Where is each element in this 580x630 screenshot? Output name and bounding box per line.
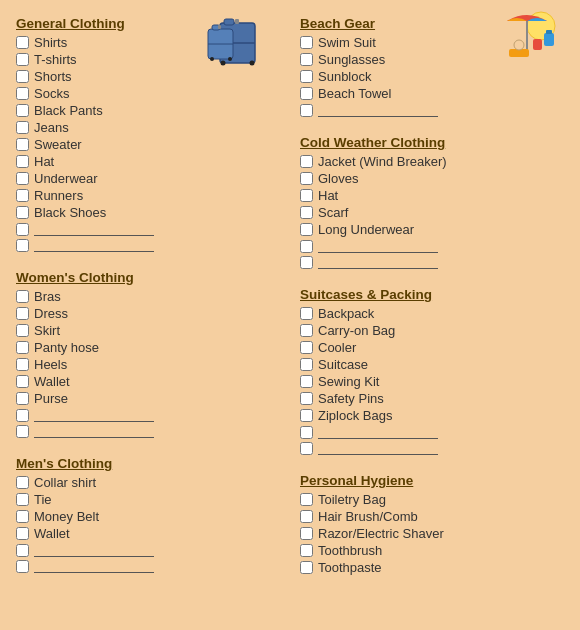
checkbox-blank-cw-1[interactable]: [300, 240, 313, 253]
label-runners[interactable]: Runners: [34, 188, 83, 203]
checkbox-blank-wc-2[interactable]: [16, 425, 29, 438]
checkbox-long-underwear[interactable]: [300, 223, 313, 236]
checkbox-blank-cw-2[interactable]: [300, 256, 313, 269]
checkbox-dress[interactable]: [16, 307, 29, 320]
label-sunblock[interactable]: Sunblock: [318, 69, 371, 84]
checkbox-shorts[interactable]: [16, 70, 29, 83]
label-purse[interactable]: Purse: [34, 391, 68, 406]
checkbox-sunblock[interactable]: [300, 70, 313, 83]
checkbox-jacket[interactable]: [300, 155, 313, 168]
checkbox-hat-gc[interactable]: [16, 155, 29, 168]
label-socks[interactable]: Socks: [34, 86, 69, 101]
label-toothpaste[interactable]: Toothpaste: [318, 560, 382, 575]
checkbox-wallet-w[interactable]: [16, 375, 29, 388]
label-tshirts[interactable]: T-shirts: [34, 52, 77, 67]
label-money-belt[interactable]: Money Belt: [34, 509, 99, 524]
label-ziplock-bags[interactable]: Ziplock Bags: [318, 408, 392, 423]
checkbox-cooler[interactable]: [300, 341, 313, 354]
label-pantyhose[interactable]: Panty hose: [34, 340, 99, 355]
checkbox-bras[interactable]: [16, 290, 29, 303]
label-suitcase[interactable]: Suitcase: [318, 357, 368, 372]
checkbox-underwear[interactable]: [16, 172, 29, 185]
checkbox-sunglasses[interactable]: [300, 53, 313, 66]
checkbox-collar-shirt[interactable]: [16, 476, 29, 489]
checkbox-purse[interactable]: [16, 392, 29, 405]
checkbox-scarf[interactable]: [300, 206, 313, 219]
checkbox-skirt[interactable]: [16, 324, 29, 337]
checkbox-wallet-m[interactable]: [16, 527, 29, 540]
checkbox-black-shoes[interactable]: [16, 206, 29, 219]
checkbox-sewing-kit[interactable]: [300, 375, 313, 388]
checkbox-hat-cw[interactable]: [300, 189, 313, 202]
checkbox-blank-wc-1[interactable]: [16, 409, 29, 422]
label-hat-gc[interactable]: Hat: [34, 154, 54, 169]
checkbox-suitcase[interactable]: [300, 358, 313, 371]
checkbox-hair-brush[interactable]: [300, 510, 313, 523]
label-jacket[interactable]: Jacket (Wind Breaker): [318, 154, 447, 169]
checkbox-razor[interactable]: [300, 527, 313, 540]
checkbox-blank-gc-2[interactable]: [16, 239, 29, 252]
checkbox-carry-on-bag[interactable]: [300, 324, 313, 337]
label-hat-cw[interactable]: Hat: [318, 188, 338, 203]
label-carry-on-bag[interactable]: Carry-on Bag: [318, 323, 395, 338]
checkbox-money-belt[interactable]: [16, 510, 29, 523]
checkbox-tshirts[interactable]: [16, 53, 29, 66]
checkbox-black-pants[interactable]: [16, 104, 29, 117]
label-black-pants[interactable]: Black Pants: [34, 103, 103, 118]
label-sweater[interactable]: Sweater: [34, 137, 82, 152]
label-underwear[interactable]: Underwear: [34, 171, 98, 186]
label-sewing-kit[interactable]: Sewing Kit: [318, 374, 379, 389]
label-black-shoes[interactable]: Black Shoes: [34, 205, 106, 220]
label-wallet-m[interactable]: Wallet: [34, 526, 70, 541]
checkbox-jeans[interactable]: [16, 121, 29, 134]
checkbox-heels[interactable]: [16, 358, 29, 371]
checkbox-ziplock-bags[interactable]: [300, 409, 313, 422]
checkbox-runners[interactable]: [16, 189, 29, 202]
label-collar-shirt[interactable]: Collar shirt: [34, 475, 96, 490]
checkbox-gloves[interactable]: [300, 172, 313, 185]
checkbox-blank-bg-1[interactable]: [300, 104, 313, 117]
label-skirt[interactable]: Skirt: [34, 323, 60, 338]
checkbox-backpack[interactable]: [300, 307, 313, 320]
label-beach-towel[interactable]: Beach Towel: [318, 86, 391, 101]
svg-rect-17: [546, 30, 552, 34]
label-razor[interactable]: Razor/Electric Shaver: [318, 526, 444, 541]
checkbox-beach-towel[interactable]: [300, 87, 313, 100]
label-sunglasses[interactable]: Sunglasses: [318, 52, 385, 67]
checkbox-sweater[interactable]: [16, 138, 29, 151]
checkbox-blank-sp-2[interactable]: [300, 442, 313, 455]
label-backpack[interactable]: Backpack: [318, 306, 374, 321]
label-swim-suit[interactable]: Swim Suit: [318, 35, 376, 50]
checkbox-safety-pins[interactable]: [300, 392, 313, 405]
label-gloves[interactable]: Gloves: [318, 171, 358, 186]
label-tie[interactable]: Tie: [34, 492, 52, 507]
checkbox-blank-mc-2[interactable]: [16, 560, 29, 573]
checkbox-tie[interactable]: [16, 493, 29, 506]
label-bras[interactable]: Bras: [34, 289, 61, 304]
label-jeans[interactable]: Jeans: [34, 120, 69, 135]
checkbox-toothbrush[interactable]: [300, 544, 313, 557]
label-heels[interactable]: Heels: [34, 357, 67, 372]
checkbox-pantyhose[interactable]: [16, 341, 29, 354]
label-toiletry-bag[interactable]: Toiletry Bag: [318, 492, 386, 507]
checkbox-shirts[interactable]: [16, 36, 29, 49]
checkbox-swim-suit[interactable]: [300, 36, 313, 49]
label-hair-brush[interactable]: Hair Brush/Comb: [318, 509, 418, 524]
checkbox-toothpaste[interactable]: [300, 561, 313, 574]
label-cooler[interactable]: Cooler: [318, 340, 356, 355]
section-personal-hygiene: Personal Hygiene Toiletry Bag Hair Brush…: [300, 473, 564, 575]
label-safety-pins[interactable]: Safety Pins: [318, 391, 384, 406]
checkbox-toiletry-bag[interactable]: [300, 493, 313, 506]
label-shorts[interactable]: Shorts: [34, 69, 72, 84]
checkbox-blank-sp-1[interactable]: [300, 426, 313, 439]
item-long-underwear: Long Underwear: [300, 222, 564, 237]
label-toothbrush[interactable]: Toothbrush: [318, 543, 382, 558]
checkbox-blank-gc-1[interactable]: [16, 223, 29, 236]
label-scarf[interactable]: Scarf: [318, 205, 348, 220]
label-dress[interactable]: Dress: [34, 306, 68, 321]
checkbox-blank-mc-1[interactable]: [16, 544, 29, 557]
checkbox-socks[interactable]: [16, 87, 29, 100]
label-shirts[interactable]: Shirts: [34, 35, 67, 50]
label-long-underwear[interactable]: Long Underwear: [318, 222, 414, 237]
label-wallet-w[interactable]: Wallet: [34, 374, 70, 389]
